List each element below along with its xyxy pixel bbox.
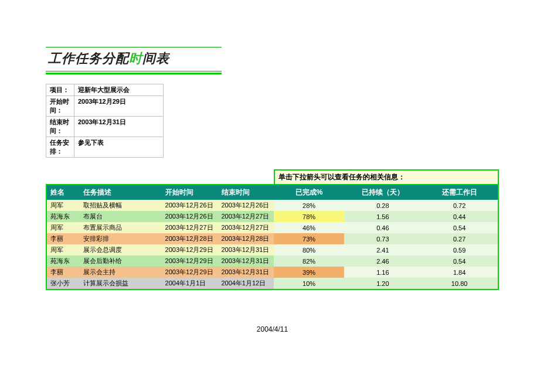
hdr-name[interactable]: 姓名 <box>47 185 80 200</box>
cell-name: 苑海东 <box>47 211 80 222</box>
cell-name: 李丽 <box>47 233 80 244</box>
cell-pct: 39% <box>274 267 344 278</box>
title-accent: 时 <box>129 51 142 66</box>
cell-dur: 1.16 <box>344 267 422 278</box>
cell-end: 2003年12月27日 <box>217 211 274 222</box>
hint-wrap: 单击下拉箭头可以查看任务的相关信息： <box>46 169 499 184</box>
info-plan-value: 参见下表 <box>74 137 164 158</box>
task-header-row: 姓名 任务描述 开始时间 结束时间 已完成% 已持续（天） 还需工作日 <box>47 185 498 200</box>
footer-date: 2004/4/11 <box>46 325 499 333</box>
cell-name: 苑海东 <box>47 255 80 267</box>
cell-desc: 计算展示会损益 <box>80 278 162 289</box>
info-start-value: 2003年12月29日 <box>74 96 164 117</box>
cell-rem: 0.59 <box>422 244 498 255</box>
cell-start: 2003年12月27日 <box>162 222 218 233</box>
table-row: 周军布置展示商品2003年12月27日2003年12月27日46%0.460.5… <box>47 222 498 233</box>
cell-dur: 1.20 <box>344 278 422 289</box>
cell-desc: 取招贴及横幅 <box>80 200 162 211</box>
title-rule-thick <box>46 73 222 74</box>
table-row: 苑海东布展台2003年12月26日2003年12月27日78%1.560.44 <box>47 211 498 222</box>
title-pre: 工作任务分配 <box>48 51 129 66</box>
info-project-value: 迎新年大型展示会 <box>74 84 164 96</box>
cell-dur: 1.56 <box>344 211 422 222</box>
info-end-label: 结束时间： <box>46 117 74 137</box>
cell-desc: 安排彩排 <box>80 233 162 244</box>
task-table-wrap: 姓名 任务描述 开始时间 结束时间 已完成% 已持续（天） 还需工作日 周军取招… <box>46 184 499 290</box>
cell-rem: 0.44 <box>422 211 498 222</box>
info-row-end: 结束时间： 2003年12月31日 <box>46 117 164 137</box>
cell-start: 2003年12月26日 <box>162 211 218 222</box>
cell-dur: 2.41 <box>344 244 422 255</box>
title-rule-thin <box>46 71 222 71</box>
cell-rem: 1.84 <box>422 267 498 278</box>
cell-desc: 布置展示商品 <box>80 222 162 233</box>
info-end-value: 2003年12月31日 <box>74 117 164 137</box>
info-row-start: 开始时间： 2003年12月29日 <box>46 96 164 117</box>
hdr-rem[interactable]: 还需工作日 <box>422 185 498 200</box>
cell-start: 2003年12月29日 <box>162 255 218 267</box>
cell-rem: 10.80 <box>422 278 498 289</box>
cell-end: 2003年12月26日 <box>217 200 274 211</box>
info-row-project: 项目： 迎新年大型展示会 <box>46 84 164 96</box>
info-row-plan: 任务安排： 参见下表 <box>46 137 164 158</box>
table-row: 苑海东展会后勤补给2003年12月29日2003年12月31日82%2.460.… <box>47 255 498 267</box>
cell-name: 周军 <box>47 222 80 233</box>
cell-dur: 2.46 <box>344 255 422 267</box>
hdr-pct[interactable]: 已完成% <box>274 185 344 200</box>
filter-hint: 单击下拉箭头可以查看任务的相关信息： <box>274 169 499 184</box>
cell-end: 2003年12月28日 <box>217 233 274 244</box>
title-post: 间表 <box>142 51 169 66</box>
cell-pct: 82% <box>274 255 344 267</box>
cell-pct: 78% <box>274 211 344 222</box>
cell-name: 李丽 <box>47 267 80 278</box>
cell-start: 2003年12月26日 <box>162 200 218 211</box>
cell-end: 2003年12月31日 <box>217 244 274 255</box>
table-row: 周军取招贴及横幅2003年12月26日2003年12月26日28%0.280.7… <box>47 200 498 211</box>
info-start-label: 开始时间： <box>46 96 74 117</box>
cell-rem: 0.27 <box>422 233 498 244</box>
cell-pct: 80% <box>274 244 344 255</box>
table-row: 李丽安排彩排2003年12月28日2003年12月28日73%0.730.27 <box>47 233 498 244</box>
cell-start: 2003年12月29日 <box>162 267 218 278</box>
cell-rem: 0.72 <box>422 200 498 211</box>
info-project-label: 项目： <box>46 84 74 96</box>
page: 工作任务分配时间表 项目： 迎新年大型展示会 开始时间： 2003年12月29日… <box>0 0 554 392</box>
cell-dur: 0.28 <box>344 200 422 211</box>
table-row: 周军展示会总调度2003年12月29日2003年12月31日80%2.410.5… <box>47 244 498 255</box>
title-block: 工作任务分配时间表 <box>46 47 222 74</box>
hdr-start[interactable]: 开始时间 <box>162 185 218 200</box>
task-body: 周军取招贴及横幅2003年12月26日2003年12月26日28%0.280.7… <box>47 200 498 289</box>
cell-desc: 展会后勤补给 <box>80 255 162 267</box>
hdr-dur[interactable]: 已持续（天） <box>344 185 422 200</box>
cell-desc: 展示会总调度 <box>80 244 162 255</box>
cell-end: 2003年12月31日 <box>217 267 274 278</box>
cell-pct: 73% <box>274 233 344 244</box>
cell-name: 周军 <box>47 200 80 211</box>
cell-desc: 布展台 <box>80 211 162 222</box>
cell-dur: 0.73 <box>344 233 422 244</box>
table-row: 李丽展示会主持2003年12月29日2003年12月31日39%1.161.84 <box>47 267 498 278</box>
hdr-desc[interactable]: 任务描述 <box>80 185 162 200</box>
cell-dur: 0.46 <box>344 222 422 233</box>
table-row: 张小芳计算展示会损益2004年1月1日2004年1月12日10%1.2010.8… <box>47 278 498 289</box>
project-info-table: 项目： 迎新年大型展示会 开始时间： 2003年12月29日 结束时间： 200… <box>46 84 164 158</box>
cell-start: 2003年12月28日 <box>162 233 218 244</box>
page-title: 工作任务分配时间表 <box>46 49 222 71</box>
task-table: 姓名 任务描述 开始时间 结束时间 已完成% 已持续（天） 还需工作日 周军取招… <box>47 185 498 289</box>
cell-end: 2004年1月12日 <box>217 278 274 289</box>
title-rule-top <box>46 47 222 47</box>
cell-pct: 28% <box>274 200 344 211</box>
cell-pct: 46% <box>274 222 344 233</box>
hdr-end[interactable]: 结束时间 <box>217 185 274 200</box>
cell-pct: 10% <box>274 278 344 289</box>
cell-desc: 展示会主持 <box>80 267 162 278</box>
cell-name: 张小芳 <box>47 278 80 289</box>
cell-start: 2003年12月29日 <box>162 244 218 255</box>
cell-rem: 0.54 <box>422 222 498 233</box>
cell-end: 2003年12月31日 <box>217 255 274 267</box>
cell-name: 周军 <box>47 244 80 255</box>
cell-start: 2004年1月1日 <box>162 278 218 289</box>
cell-end: 2003年12月27日 <box>217 222 274 233</box>
info-plan-label: 任务安排： <box>46 137 74 158</box>
cell-rem: 0.54 <box>422 255 498 267</box>
